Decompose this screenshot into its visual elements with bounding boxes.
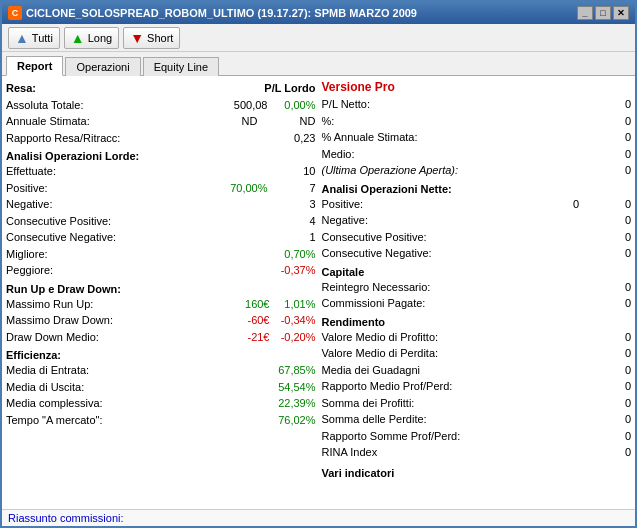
cons-negative-label: Consecutive Negative: xyxy=(6,229,276,246)
media-complessiva-label: Media complessiva: xyxy=(6,395,276,412)
media-complessiva-value: 22,39% xyxy=(276,395,316,412)
media-entrata-label: Media di Entrata: xyxy=(6,362,276,379)
rapporto-somme-row: Rapporto Somme Prof/Perd: 0 xyxy=(322,428,632,445)
rina-value: 0 xyxy=(591,444,631,461)
valore-profitto-row: Valore Medio di Profitto: 0 xyxy=(322,329,632,346)
medio-value: 0 xyxy=(591,146,631,163)
tutti-label: Tutti xyxy=(32,32,53,44)
somma-profitti-row: Somma dei Profitti: 0 xyxy=(322,395,632,412)
massimo-runup-row: Massimo Run Up: 160€ 1,01% xyxy=(6,296,316,313)
cons-positive-value: 4 xyxy=(276,213,316,230)
somma-perdite-row: Somma delle Perdite: 0 xyxy=(322,411,632,428)
commissioni-value: 0 xyxy=(591,295,631,312)
massimo-drawdown-label: Massimo Draw Down: xyxy=(6,312,230,329)
massimo-runup-pct: 1,01% xyxy=(276,296,316,313)
massimo-drawdown-euro: -60€ xyxy=(230,312,270,329)
valore-perdita-label: Valore Medio di Perdita: xyxy=(322,345,592,362)
rendimento-header: Rendimento xyxy=(322,316,632,328)
tempo-mercato-value: 76,02% xyxy=(276,412,316,429)
right-positive-value1: 0 xyxy=(539,196,579,213)
annuale-stimata-label: Annuale Stimata: xyxy=(6,113,218,130)
long-button[interactable]: ▲ Long xyxy=(64,27,119,49)
migliore-label: Migliore: xyxy=(6,246,276,263)
right-annuale-row: % Annuale Stimata: 0 xyxy=(322,129,632,146)
migliore-row: Migliore: 0,70% xyxy=(6,246,316,263)
minimize-button[interactable]: _ xyxy=(577,6,593,20)
main-area: Resa: P/L Lordo Assoluta Totale: 500,08 … xyxy=(2,76,635,509)
tab-equity-line[interactable]: Equity Line xyxy=(143,57,219,76)
pct-value: 0 xyxy=(591,113,631,130)
cons-positive-row: Consecutive Positive: 4 xyxy=(6,213,316,230)
negative-row: Negative: 3 xyxy=(6,196,316,213)
analisi-nette-header: Analisi Operazioni Nette: xyxy=(322,183,632,195)
pct-label: %: xyxy=(322,113,592,130)
content-area: Resa: P/L Lordo Assoluta Totale: 500,08 … xyxy=(2,76,635,526)
right-positive-value2: 0 xyxy=(591,196,631,213)
rapporto-prof-perd-row: Rapporto Medio Prof/Perd: 0 xyxy=(322,378,632,395)
somma-profitti-label: Somma dei Profitti: xyxy=(322,395,592,412)
media-complessiva-row: Media complessiva: 22,39% xyxy=(6,395,316,412)
pl-lordo-header: P/L Lordo xyxy=(264,80,315,97)
drawdown-medio-row: Draw Down Medio: -21€ -0,20% xyxy=(6,329,316,346)
ultima-op-label: (Ultima Operazione Aperta): xyxy=(322,162,592,179)
drawdown-medio-euro: -21€ xyxy=(230,329,270,346)
right-cons-positive-row: Consecutive Positive: 0 xyxy=(322,229,632,246)
negative-label: Negative: xyxy=(6,196,276,213)
rapporto-prof-perd-value: 0 xyxy=(591,378,631,395)
tab-report[interactable]: Report xyxy=(6,56,63,76)
right-column: Versione Pro P/L Netto: 0 %: 0 % Annuale… xyxy=(322,80,632,505)
rina-row: RINA Index 0 xyxy=(322,444,632,461)
short-button[interactable]: ▼ Short xyxy=(123,27,180,49)
right-annuale-label: % Annuale Stimata: xyxy=(322,129,592,146)
right-negative-value: 0 xyxy=(591,212,631,229)
close-button[interactable]: ✕ xyxy=(613,6,629,20)
peggiore-row: Peggiore: -0,37% xyxy=(6,262,316,279)
drawdown-medio-label: Draw Down Medio: xyxy=(6,329,230,346)
right-positive-label: Positive: xyxy=(322,196,540,213)
efficienza-header: Efficienza: xyxy=(6,349,316,361)
peggiore-value: -0,37% xyxy=(276,262,316,279)
maximize-button[interactable]: □ xyxy=(595,6,611,20)
bottom-bar: Riassunto commissioni: xyxy=(2,509,635,526)
assoluta-totale-label: Assoluta Totale: xyxy=(6,97,228,114)
assoluta-totale-row: Assoluta Totale: 500,08 0,00% xyxy=(6,97,316,114)
cons-negative-value: 1 xyxy=(276,229,316,246)
left-column: Resa: P/L Lordo Assoluta Totale: 500,08 … xyxy=(6,80,316,505)
ultima-op-value: 0 xyxy=(591,162,631,179)
right-cons-negative-label: Consecutive Negative: xyxy=(322,245,592,262)
title-controls[interactable]: _ □ ✕ xyxy=(577,6,629,20)
rapporto-prof-perd-label: Rapporto Medio Prof/Perd: xyxy=(322,378,592,395)
short-label: Short xyxy=(147,32,173,44)
media-uscita-row: Media di Uscita: 54,54% xyxy=(6,379,316,396)
window-title: CICLONE_SOLOSPREAD_ROBOM_ULTIMO (19.17.2… xyxy=(26,7,417,19)
rapporto-row: Rapporto Resa/Ritracc: 0,23 xyxy=(6,130,316,147)
tab-operazioni[interactable]: Operazioni xyxy=(65,57,140,76)
massimo-runup-label: Massimo Run Up: xyxy=(6,296,230,313)
effettuate-value: 10 xyxy=(276,163,316,180)
short-icon: ▼ xyxy=(130,30,144,46)
versione-pro-label: Versione Pro xyxy=(322,80,632,94)
massimo-runup-euro: 160€ xyxy=(230,296,270,313)
cons-negative-row: Consecutive Negative: 1 xyxy=(6,229,316,246)
right-cons-negative-value: 0 xyxy=(591,245,631,262)
commissioni-row: Commissioni Pagate: 0 xyxy=(322,295,632,312)
right-negative-row: Negative: 0 xyxy=(322,212,632,229)
resa-header-row: Resa: P/L Lordo xyxy=(6,80,316,97)
effettuate-label: Effettuate: xyxy=(6,163,276,180)
title-bar-left: C CICLONE_SOLOSPREAD_ROBOM_ULTIMO (19.17… xyxy=(8,6,417,20)
ultima-op-row: (Ultima Operazione Aperta): 0 xyxy=(322,162,632,179)
drawdown-medio-pct: -0,20% xyxy=(276,329,316,346)
window-icon: C xyxy=(8,6,22,20)
assoluta-totale-value: 500,08 xyxy=(228,97,268,114)
rapporto-label: Rapporto Resa/Ritracc: xyxy=(6,130,276,147)
commissioni-label: Commissioni Pagate: xyxy=(322,295,592,312)
analisi-lorde-header: Analisi Operazioni Lorde: xyxy=(6,150,316,162)
right-cons-negative-row: Consecutive Negative: 0 xyxy=(322,245,632,262)
tempo-mercato-row: Tempo "A mercato": 76,02% xyxy=(6,412,316,429)
tutti-button[interactable]: ▲ Tutti xyxy=(8,27,60,49)
pct-row: %: 0 xyxy=(322,113,632,130)
positive-pct: 70,00% xyxy=(228,180,268,197)
long-icon: ▲ xyxy=(71,30,85,46)
capitale-header: Capitale xyxy=(322,266,632,278)
pl-netto-row: P/L Netto: 0 xyxy=(322,96,632,113)
